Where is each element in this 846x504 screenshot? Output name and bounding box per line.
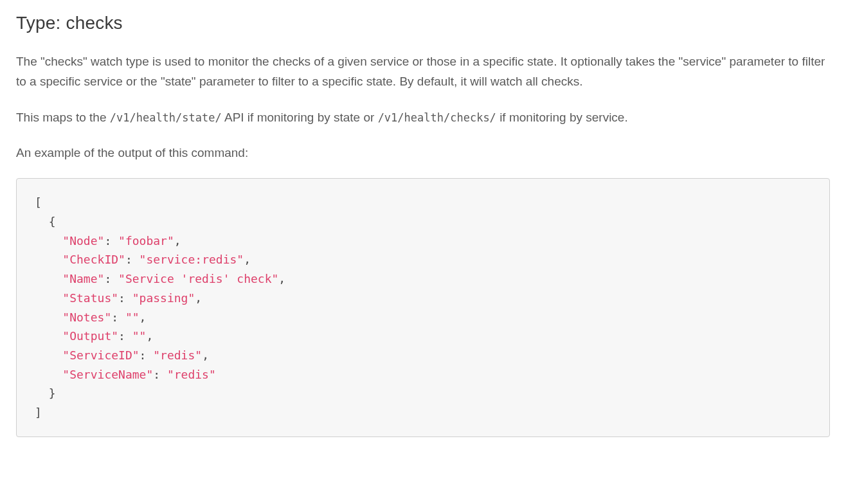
json-line: "Node": "foobar", [35,234,181,248]
json-close-bracket: ] [35,406,42,419]
json-line: "Output": "", [35,329,153,343]
paragraph-api-map: This maps to the /v1/health/state/ API i… [16,107,830,127]
text-mid: API if monitoring by state or [222,111,378,124]
inline-code-checks-api: /v1/health/checks/ [378,111,496,124]
text-after: if monitoring by service. [496,111,628,124]
paragraph-example-lead: An example of the output of this command… [16,143,830,163]
json-open-bracket: [ [35,195,42,209]
json-close-brace: } [35,386,56,400]
text-before: This maps to the [16,111,110,124]
json-line: "Name": "Service 'redis' check", [35,272,285,285]
json-line: "Notes": "", [35,310,146,324]
json-line: "Status": "passing", [35,291,202,305]
json-line: "ServiceID": "redis", [35,348,209,362]
inline-code-state-api: /v1/health/state/ [110,111,222,124]
json-line: "ServiceName": "redis" [35,368,216,381]
code-example: [ { "Node": "foobar", "CheckID": "servic… [16,178,830,437]
json-line: "CheckID": "service:redis", [35,253,251,266]
doc-section: Type: checks The "checks" watch type is … [0,0,846,453]
paragraph-intro: The "checks" watch type is used to monit… [16,51,830,92]
section-heading: Type: checks [16,13,830,33]
json-open-brace: { [35,215,56,228]
